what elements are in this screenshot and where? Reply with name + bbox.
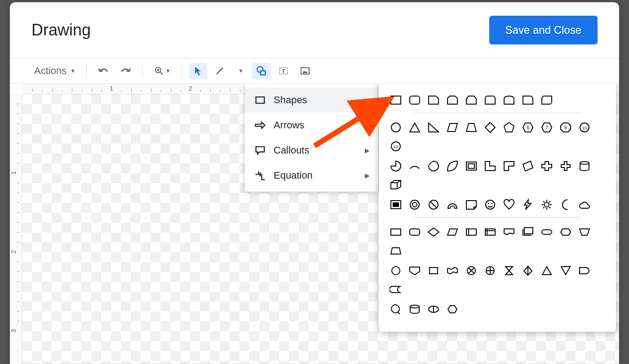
cloud-icon xyxy=(578,198,591,211)
flow-tridown-icon xyxy=(559,264,572,277)
line-dropdown-button[interactable]: ▼ xyxy=(232,63,248,79)
dialog-title: Drawing xyxy=(31,21,91,39)
shape-flow-para[interactable] xyxy=(444,224,461,240)
shape-hex12[interactable]: 12 xyxy=(388,138,404,154)
shapes-group-basic-row3 xyxy=(388,197,607,213)
shape-flow-rect[interactable] xyxy=(388,224,404,240)
shape-plus[interactable] xyxy=(558,158,574,174)
flow-or-icon xyxy=(484,264,496,277)
actions-menu-button[interactable]: Actions ▼ xyxy=(28,63,79,79)
flow-box-icon xyxy=(427,264,440,277)
shape-rtriangle[interactable] xyxy=(425,119,442,136)
menu-item-callouts[interactable]: Callouts ▶ xyxy=(245,138,378,163)
shape-flow-hex[interactable] xyxy=(444,301,461,317)
shape-snip1[interactable] xyxy=(425,92,442,108)
shape-tool-button[interactable] xyxy=(252,63,271,79)
shape-arc[interactable] xyxy=(407,158,423,174)
shape-moon[interactable] xyxy=(558,197,574,213)
shape-flow-manual[interactable] xyxy=(388,243,404,259)
shape-teardrop[interactable] xyxy=(425,158,442,174)
shape-cube[interactable] xyxy=(388,177,404,193)
shape-flow-circle[interactable] xyxy=(388,263,404,279)
shape-flow-display[interactable] xyxy=(501,224,517,240)
shape-flow-pill[interactable] xyxy=(539,224,555,240)
shape-heart[interactable] xyxy=(501,197,517,213)
shape-rect[interactable] xyxy=(388,92,404,108)
shape-lightning[interactable] xyxy=(520,197,536,213)
svg-point-43 xyxy=(392,267,400,275)
shape-flow-drum[interactable] xyxy=(407,301,423,317)
shape-parallelogram[interactable] xyxy=(444,119,461,136)
shape-flow-tridown[interactable] xyxy=(558,263,574,279)
shape-circle[interactable] xyxy=(388,119,404,136)
shape-smiley[interactable] xyxy=(482,197,498,213)
shape-cylinder[interactable] xyxy=(576,158,593,174)
redo-button[interactable] xyxy=(116,63,135,79)
shape-flow-delay[interactable] xyxy=(576,263,593,279)
shape-donut[interactable] xyxy=(407,197,423,213)
shape-pie[interactable] xyxy=(388,158,404,174)
shape-hex7[interactable]: 7 xyxy=(539,119,555,136)
shape-block-arc[interactable] xyxy=(444,197,461,213)
shape-flow-wave[interactable] xyxy=(444,263,461,279)
zoom-button[interactable]: ▼ xyxy=(150,63,174,79)
shape-flow-diamond[interactable] xyxy=(425,224,442,240)
shape-flow-or[interactable] xyxy=(482,263,498,279)
shape-frame[interactable] xyxy=(463,158,479,174)
shape-flow-sum[interactable] xyxy=(463,263,479,279)
shape-snip-top[interactable] xyxy=(463,92,479,108)
line-tool-button[interactable] xyxy=(211,63,229,79)
shape-corner[interactable] xyxy=(501,158,517,174)
redo-icon xyxy=(120,65,132,77)
shape-hex10[interactable]: 10 xyxy=(576,119,593,136)
shape-flow-hourglass[interactable] xyxy=(501,263,517,279)
shape-hex6[interactable]: 6 xyxy=(520,119,536,136)
shape-flow-lens[interactable] xyxy=(425,301,442,317)
shape-bevel-frame[interactable] xyxy=(388,197,404,213)
save-and-close-button[interactable]: Save and Close xyxy=(489,16,598,44)
shape-snip2[interactable] xyxy=(444,92,461,108)
shape-triangle[interactable] xyxy=(407,119,423,136)
undo-button[interactable] xyxy=(94,63,113,79)
shape-flow-triup[interactable] xyxy=(539,263,555,279)
shape-flow-stored[interactable] xyxy=(388,281,404,298)
shape-stripe[interactable] xyxy=(520,158,536,174)
shape-round-diag[interactable] xyxy=(539,92,555,108)
shape-flow-callout-circle[interactable] xyxy=(388,301,404,317)
flow-drum-icon xyxy=(408,303,421,316)
shape-pentagon[interactable] xyxy=(501,119,517,136)
shape-round-rect[interactable] xyxy=(407,92,423,108)
pentagon-icon xyxy=(503,121,515,134)
shape-flow-stack[interactable] xyxy=(520,224,536,240)
shape-folded[interactable] xyxy=(463,197,479,213)
shape-l-shape[interactable] xyxy=(482,158,498,174)
flow-trapflat-icon xyxy=(578,226,591,238)
shape-cloud[interactable] xyxy=(576,197,593,213)
shape-flow-docs[interactable] xyxy=(463,224,479,240)
shape-no-symbol[interactable] xyxy=(425,197,442,213)
shape-flow-multidoc[interactable] xyxy=(482,224,498,240)
shape-flow-box[interactable] xyxy=(425,263,442,279)
shape-flow-shield[interactable] xyxy=(407,263,423,279)
text-box-button[interactable]: T xyxy=(275,63,292,79)
shape-diamond[interactable] xyxy=(482,119,498,136)
shape-flow-trapflat[interactable] xyxy=(576,224,593,240)
menu-item-shapes[interactable]: Shapes ▶ xyxy=(245,88,378,113)
shape-half-round[interactable] xyxy=(501,92,517,108)
shape-leaf[interactable] xyxy=(444,158,461,174)
select-tool-button[interactable] xyxy=(189,63,207,79)
shape-cross[interactable] xyxy=(539,158,555,174)
toolbar: Actions ▼ ▼ ▼ T xyxy=(10,58,619,84)
shape-round-top[interactable] xyxy=(482,92,498,108)
image-button[interactable] xyxy=(296,63,314,79)
shape-flow-merge[interactable] xyxy=(520,263,536,279)
shape-sun[interactable] xyxy=(539,197,555,213)
menu-item-arrows[interactable]: Arrows ▶ xyxy=(245,113,378,138)
menu-item-equation[interactable]: Equation ▶ xyxy=(245,163,378,188)
shape-flow-round[interactable] xyxy=(407,224,423,240)
shape-hex8[interactable]: 8 xyxy=(558,119,574,136)
shape-round1[interactable] xyxy=(520,92,536,108)
shape-trapezoid[interactable] xyxy=(463,119,479,136)
shape-flow-hexflat[interactable] xyxy=(558,224,574,240)
ruler-mark: 2 xyxy=(10,250,17,254)
